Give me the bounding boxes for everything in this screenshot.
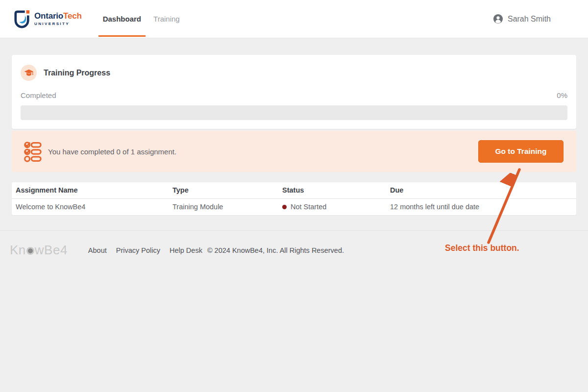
page-footer: KnwBe4 About Privacy Policy Help Desk © … <box>0 230 588 258</box>
main-content: Training Progress Completed 0% You have … <box>0 38 588 215</box>
footer-link-about[interactable]: About <box>88 246 107 254</box>
user-circle-icon <box>493 14 503 24</box>
ontario-tech-logo[interactable]: OntarioTech UNIVERSITY <box>14 0 82 38</box>
knowbe4-logo-pre: Kn <box>10 243 26 258</box>
completed-label: Completed <box>21 91 56 99</box>
ontario-tech-shield-icon <box>14 9 30 29</box>
progress-bar-track <box>21 105 567 120</box>
table-header-row: Assignment Name Type Status Due <box>12 182 576 198</box>
footer-link-privacy-policy[interactable]: Privacy Policy <box>116 246 160 254</box>
brand-name-primary: Ontario <box>34 11 63 21</box>
assignment-type-cell: Training Module <box>169 198 278 215</box>
tab-training[interactable]: Training <box>149 0 184 38</box>
col-type: Type <box>169 182 278 198</box>
main-nav: Dashboard Training <box>98 0 184 38</box>
assignment-status-cell: Not Started <box>278 198 386 215</box>
assignment-due-cell: 12 months left until due date <box>386 198 576 215</box>
col-status: Status <box>278 182 386 198</box>
checklist-icon <box>24 140 42 163</box>
alert-message: You have completed 0 of 1 assignment. <box>48 147 176 156</box>
go-to-training-button[interactable]: Go to Training <box>478 140 564 163</box>
col-assignment-name: Assignment Name <box>12 182 169 198</box>
footer-links: About Privacy Policy Help Desk © 2024 Kn… <box>88 246 344 254</box>
brand-subtext: UNIVERSITY <box>34 22 82 26</box>
assignments-table-card: Assignment Name Type Status Due Welcome … <box>12 182 576 215</box>
status-dot <box>282 205 287 209</box>
user-menu[interactable]: Sarah Smith <box>493 0 551 38</box>
graduation-cap-icon <box>21 65 37 81</box>
col-due: Due <box>386 182 576 198</box>
user-name: Sarah Smith <box>508 15 551 24</box>
brand-text: OntarioTech UNIVERSITY <box>34 12 82 26</box>
assignment-alert-banner: You have completed 0 of 1 assignment. Go… <box>12 131 576 172</box>
footer-link-help-desk[interactable]: Help Desk <box>170 246 202 254</box>
knowbe4-logo-post: wBe4 <box>35 243 68 258</box>
tab-dashboard[interactable]: Dashboard <box>98 0 146 38</box>
status-label: Not Started <box>291 203 326 211</box>
assignment-name-cell: Welcome to KnowBe4 <box>12 198 169 215</box>
knowbe4-logo-o-icon <box>26 247 34 255</box>
table-row: Welcome to KnowBe4 Training Module Not S… <box>12 198 576 215</box>
progress-percent: 0% <box>557 91 567 99</box>
footer-copyright: © 2024 KnowBe4, Inc. All Rights Reserved… <box>207 246 344 254</box>
knowbe4-logo: KnwBe4 <box>10 243 68 258</box>
assignments-table: Assignment Name Type Status Due Welcome … <box>12 182 576 215</box>
brand-name-secondary: Tech <box>63 11 82 21</box>
training-progress-card: Training Progress Completed 0% <box>12 55 576 129</box>
top-navbar: OntarioTech UNIVERSITY Dashboard Trainin… <box>0 0 588 38</box>
card-title: Training Progress <box>44 69 110 77</box>
